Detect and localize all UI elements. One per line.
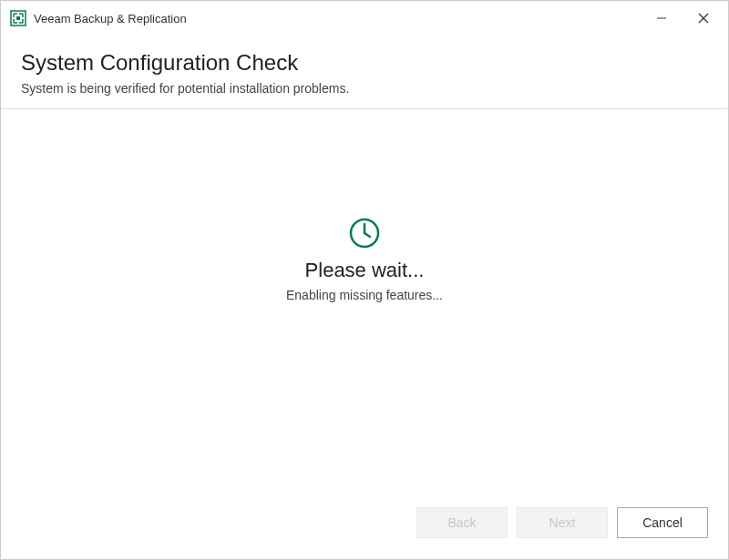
content-area: Please wait... Enabling missing features… <box>1 109 728 501</box>
minimize-icon <box>656 13 667 24</box>
wait-text: Please wait... <box>305 259 425 282</box>
footer-buttons: Back Next Cancel <box>1 501 728 559</box>
page-header: System Configuration Check System is bei… <box>1 36 728 109</box>
window-controls <box>641 1 724 36</box>
page-subtitle: System is being verified for potential i… <box>21 81 708 96</box>
back-button: Back <box>416 507 508 538</box>
app-title: Veeam Backup & Replication <box>34 12 641 25</box>
clock-icon <box>348 217 381 249</box>
close-icon <box>698 13 709 24</box>
close-button[interactable] <box>683 1 724 36</box>
veeam-icon <box>10 10 26 26</box>
title-bar: Veeam Backup & Replication <box>1 1 728 36</box>
svg-line-7 <box>364 233 370 237</box>
next-button: Next <box>517 507 608 538</box>
page-title: System Configuration Check <box>21 50 708 76</box>
minimize-button[interactable] <box>641 1 683 36</box>
cancel-button[interactable]: Cancel <box>617 507 708 538</box>
status-text: Enabling missing features... <box>286 288 443 302</box>
svg-rect-1 <box>16 16 20 20</box>
